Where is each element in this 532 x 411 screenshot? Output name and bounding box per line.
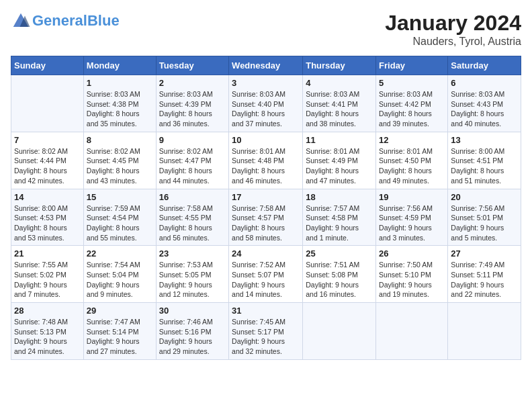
day-number: 8 — [87, 135, 153, 145]
day-info: Sunrise: 8:00 AM Sunset: 4:53 PM Dayligh… — [14, 203, 81, 243]
day-number: 15 — [87, 192, 153, 202]
calendar-cell — [448, 303, 521, 360]
calendar-cell: 23Sunrise: 7:53 AM Sunset: 5:05 PM Dayli… — [156, 246, 228, 303]
day-number: 30 — [159, 306, 226, 316]
calendar-header-row: SundayMondayTuesdayWednesdayThursdayFrid… — [11, 56, 521, 75]
logo-line2: Blue — [87, 12, 120, 29]
calendar-cell: 3Sunrise: 8:03 AM Sunset: 4:40 PM Daylig… — [229, 75, 303, 132]
calendar-cell: 10Sunrise: 8:01 AM Sunset: 4:48 PM Dayli… — [229, 132, 303, 189]
day-number: 31 — [232, 306, 300, 316]
calendar-cell: 1Sunrise: 8:03 AM Sunset: 4:38 PM Daylig… — [83, 75, 156, 132]
calendar-cell: 12Sunrise: 8:01 AM Sunset: 4:50 PM Dayli… — [376, 132, 448, 189]
week-row-5: 28Sunrise: 7:48 AM Sunset: 5:13 PM Dayli… — [11, 303, 521, 360]
day-info: Sunrise: 8:03 AM Sunset: 4:40 PM Dayligh… — [232, 89, 300, 129]
calendar-cell: 31Sunrise: 7:45 AM Sunset: 5:17 PM Dayli… — [229, 303, 303, 360]
day-info: Sunrise: 8:02 AM Sunset: 4:47 PM Dayligh… — [159, 146, 226, 186]
calendar-subtitle: Nauders, Tyrol, Austria — [385, 36, 521, 48]
day-number: 6 — [451, 78, 518, 88]
day-info: Sunrise: 8:01 AM Sunset: 4:50 PM Dayligh… — [379, 146, 445, 186]
calendar-cell: 14Sunrise: 8:00 AM Sunset: 4:53 PM Dayli… — [11, 189, 84, 246]
day-number: 17 — [232, 192, 300, 202]
day-number: 18 — [306, 192, 373, 202]
calendar-table: SundayMondayTuesdayWednesdayThursdayFrid… — [11, 56, 521, 360]
day-number: 13 — [451, 135, 518, 145]
day-info: Sunrise: 7:54 AM Sunset: 5:04 PM Dayligh… — [87, 260, 153, 300]
calendar-cell — [303, 303, 376, 360]
calendar-cell: 20Sunrise: 7:56 AM Sunset: 5:01 PM Dayli… — [448, 189, 521, 246]
day-info: Sunrise: 8:00 AM Sunset: 4:51 PM Dayligh… — [451, 146, 518, 186]
week-row-3: 14Sunrise: 8:00 AM Sunset: 4:53 PM Dayli… — [11, 189, 521, 246]
header-day-tuesday: Tuesday — [156, 56, 228, 75]
header-day-sunday: Sunday — [11, 56, 84, 75]
day-info: Sunrise: 7:55 AM Sunset: 5:02 PM Dayligh… — [14, 260, 81, 300]
calendar-cell: 25Sunrise: 7:51 AM Sunset: 5:08 PM Dayli… — [303, 246, 376, 303]
day-info: Sunrise: 7:50 AM Sunset: 5:10 PM Dayligh… — [379, 260, 445, 300]
calendar-cell — [376, 303, 448, 360]
calendar-cell: 17Sunrise: 7:58 AM Sunset: 4:57 PM Dayli… — [229, 189, 303, 246]
calendar-cell: 16Sunrise: 7:58 AM Sunset: 4:55 PM Dayli… — [156, 189, 228, 246]
day-number: 7 — [14, 135, 81, 145]
header-day-wednesday: Wednesday — [229, 56, 303, 75]
day-info: Sunrise: 7:51 AM Sunset: 5:08 PM Dayligh… — [306, 260, 373, 300]
calendar-cell: 5Sunrise: 8:03 AM Sunset: 4:42 PM Daylig… — [376, 75, 448, 132]
day-info: Sunrise: 7:56 AM Sunset: 5:01 PM Dayligh… — [451, 203, 518, 243]
title-block: January 2024 Nauders, Tyrol, Austria — [385, 11, 521, 48]
day-number: 2 — [159, 78, 226, 88]
day-info: Sunrise: 7:53 AM Sunset: 5:05 PM Dayligh… — [159, 260, 226, 300]
calendar-cell: 27Sunrise: 7:49 AM Sunset: 5:11 PM Dayli… — [448, 246, 521, 303]
calendar-cell — [11, 75, 84, 132]
calendar-cell: 24Sunrise: 7:52 AM Sunset: 5:07 PM Dayli… — [229, 246, 303, 303]
calendar-title: January 2024 — [385, 11, 521, 36]
day-number: 19 — [379, 192, 445, 202]
day-number: 5 — [379, 78, 445, 88]
day-number: 21 — [14, 248, 81, 259]
day-number: 27 — [451, 248, 518, 259]
day-number: 23 — [159, 248, 226, 259]
day-info: Sunrise: 7:59 AM Sunset: 4:54 PM Dayligh… — [87, 203, 153, 243]
calendar-cell: 15Sunrise: 7:59 AM Sunset: 4:54 PM Dayli… — [83, 189, 156, 246]
calendar-cell: 19Sunrise: 7:56 AM Sunset: 4:59 PM Dayli… — [376, 189, 448, 246]
day-info: Sunrise: 7:58 AM Sunset: 4:57 PM Dayligh… — [232, 203, 300, 243]
day-number: 11 — [306, 135, 373, 145]
day-number: 28 — [14, 306, 81, 316]
day-info: Sunrise: 8:01 AM Sunset: 4:49 PM Dayligh… — [306, 146, 373, 186]
calendar-cell: 21Sunrise: 7:55 AM Sunset: 5:02 PM Dayli… — [11, 246, 84, 303]
logo: GeneralBlue — [11, 11, 120, 31]
calendar-cell: 28Sunrise: 7:48 AM Sunset: 5:13 PM Dayli… — [11, 303, 84, 360]
logo-line1: General — [32, 12, 87, 29]
calendar-cell: 2Sunrise: 8:03 AM Sunset: 4:39 PM Daylig… — [156, 75, 228, 132]
page-header: GeneralBlue January 2024 Nauders, Tyrol,… — [11, 11, 521, 48]
calendar-cell: 30Sunrise: 7:46 AM Sunset: 5:16 PM Dayli… — [156, 303, 228, 360]
day-number: 14 — [14, 192, 81, 202]
day-number: 1 — [87, 78, 153, 88]
day-info: Sunrise: 7:56 AM Sunset: 4:59 PM Dayligh… — [379, 203, 445, 243]
day-info: Sunrise: 7:58 AM Sunset: 4:55 PM Dayligh… — [159, 203, 226, 243]
day-info: Sunrise: 7:48 AM Sunset: 5:13 PM Dayligh… — [14, 317, 81, 357]
calendar-cell: 6Sunrise: 8:03 AM Sunset: 4:43 PM Daylig… — [448, 75, 521, 132]
day-number: 29 — [87, 306, 153, 316]
calendar-cell: 26Sunrise: 7:50 AM Sunset: 5:10 PM Dayli… — [376, 246, 448, 303]
calendar-cell: 22Sunrise: 7:54 AM Sunset: 5:04 PM Dayli… — [83, 246, 156, 303]
logo-icon — [11, 11, 31, 31]
calendar-cell: 4Sunrise: 8:03 AM Sunset: 4:41 PM Daylig… — [303, 75, 376, 132]
day-info: Sunrise: 8:02 AM Sunset: 4:45 PM Dayligh… — [87, 146, 153, 186]
day-info: Sunrise: 7:46 AM Sunset: 5:16 PM Dayligh… — [159, 317, 226, 357]
day-number: 25 — [306, 248, 373, 259]
day-info: Sunrise: 8:03 AM Sunset: 4:41 PM Dayligh… — [306, 89, 373, 129]
calendar-cell: 9Sunrise: 8:02 AM Sunset: 4:47 PM Daylig… — [156, 132, 228, 189]
week-row-4: 21Sunrise: 7:55 AM Sunset: 5:02 PM Dayli… — [11, 246, 521, 303]
calendar-cell: 13Sunrise: 8:00 AM Sunset: 4:51 PM Dayli… — [448, 132, 521, 189]
day-number: 10 — [232, 135, 300, 145]
day-number: 22 — [87, 248, 153, 259]
day-number: 26 — [379, 248, 445, 259]
day-info: Sunrise: 7:49 AM Sunset: 5:11 PM Dayligh… — [451, 260, 518, 300]
day-number: 3 — [232, 78, 300, 88]
day-info: Sunrise: 8:02 AM Sunset: 4:44 PM Dayligh… — [14, 146, 81, 186]
calendar-cell: 8Sunrise: 8:02 AM Sunset: 4:45 PM Daylig… — [83, 132, 156, 189]
day-info: Sunrise: 8:03 AM Sunset: 4:42 PM Dayligh… — [379, 89, 445, 129]
day-number: 20 — [451, 192, 518, 202]
day-number: 4 — [306, 78, 373, 88]
day-number: 12 — [379, 135, 445, 145]
day-info: Sunrise: 7:45 AM Sunset: 5:17 PM Dayligh… — [232, 317, 300, 357]
header-day-monday: Monday — [83, 56, 156, 75]
